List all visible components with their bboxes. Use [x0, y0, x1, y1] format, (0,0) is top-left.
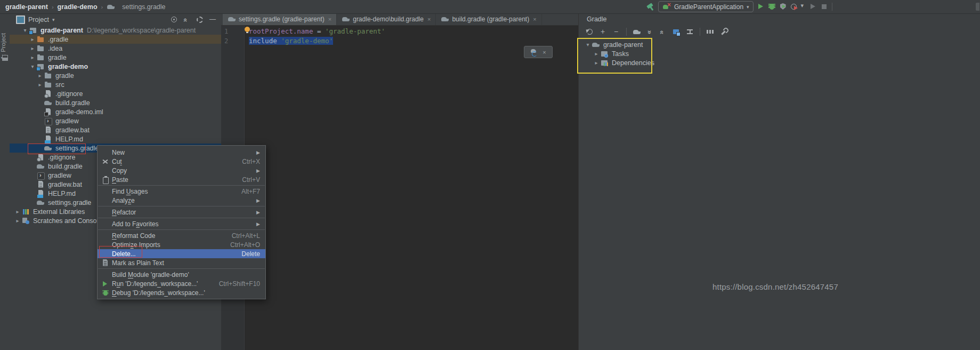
tree-item[interactable]: HELP.md [10, 134, 221, 144]
menu-item[interactable]: ▶ [98, 268, 265, 269]
gradle-tree-item[interactable]: Tasks [579, 49, 980, 58]
reimport-gradle-icon[interactable] [585, 27, 594, 36]
menu-item[interactable]: ▶ [98, 206, 265, 206]
unlink-gradle-project-icon[interactable] [612, 27, 621, 36]
collapse-all-icon[interactable] [182, 15, 191, 24]
close-icon[interactable]: × [427, 16, 431, 22]
tree-twisty-icon[interactable] [593, 60, 600, 66]
tab-parent-build-gradle[interactable]: build.gradle (gradle-parent) × [436, 13, 541, 25]
gradle-tree-item[interactable]: Dependencies [579, 58, 980, 67]
menu-item[interactable]: Analyze ▶ [98, 196, 265, 205]
hide-panel-icon[interactable] [208, 15, 217, 24]
tree-item[interactable]: gradle [10, 53, 221, 62]
expand-all-icon[interactable] [645, 27, 654, 36]
menu-item[interactable]: Delete... Delete ▶ [98, 249, 265, 258]
tree-twisty-icon[interactable] [593, 51, 600, 57]
menu-item[interactable]: Copy ▶ [98, 166, 265, 175]
tree-item[interactable]: .gitignore [10, 89, 221, 98]
gradle-tree-item[interactable]: gradle-parent [579, 40, 980, 49]
tree-item-label: HELP.md [55, 136, 83, 143]
menu-item[interactable]: Optimize Imports Ctrl+Alt+O ▶ [98, 240, 265, 249]
tree-item[interactable]: gradle-demo.iml [10, 107, 221, 116]
menu-item[interactable]: Debug 'D:/legends_workspace...' ▶ [98, 288, 265, 297]
menu-item-label: Refactor [112, 209, 136, 216]
menu-item[interactable]: Refactor ▶ [98, 208, 265, 217]
group-modules-icon[interactable] [672, 27, 681, 36]
rerun-button-disabled[interactable] [808, 2, 817, 11]
title-breadcrumb-bar: gradle-parent › gradle-demo › settings.g… [0, 0, 980, 14]
tree-twisty-icon[interactable] [14, 209, 21, 214]
tree-item-icon [44, 126, 53, 134]
menu-item[interactable]: ▶ [98, 185, 265, 186]
tree-twisty-icon[interactable] [29, 63, 36, 69]
run-configuration-combo[interactable]: GradleParentApplication ▾ [658, 1, 754, 12]
select-opened-file-icon[interactable] [169, 15, 179, 24]
toolbar-separator[interactable] [626, 28, 627, 36]
breadcrumb-file[interactable]: settings.gradle [122, 3, 165, 11]
menu-item[interactable]: New ▶ [98, 148, 265, 157]
menu-item-icon [101, 166, 112, 175]
tree-item[interactable]: build.gradle [10, 98, 221, 107]
settings-icon[interactable] [195, 15, 204, 24]
tree-item[interactable]: gradlew.bat [10, 125, 221, 134]
link-gradle-project-icon[interactable] [598, 27, 608, 36]
tree-item[interactable]: gradlew [10, 116, 221, 125]
tree-twisty-icon[interactable] [14, 218, 21, 224]
tab-demo-build-gradle[interactable]: gradle-demo\build.gradle × [337, 13, 436, 25]
run-button[interactable] [756, 2, 765, 11]
tree-item[interactable]: gradle [10, 71, 221, 80]
tree-twisty-icon[interactable] [36, 73, 44, 78]
menu-item[interactable]: Paste Ctrl+V ▶ [98, 175, 265, 184]
menu-item[interactable]: Reformat Code Ctrl+Alt+L ▶ [98, 231, 265, 240]
breadcrumb-module[interactable]: gradle-demo [58, 3, 98, 11]
breadcrumb-project[interactable]: gradle-parent [5, 3, 48, 11]
tree-item[interactable]: .idea [10, 44, 221, 53]
close-icon[interactable]: × [328, 16, 331, 22]
tree-item[interactable]: gradle-parent D:\legends_workspace\gradl… [10, 26, 221, 35]
intention-bulb-icon[interactable] [245, 27, 250, 32]
gradle-reload-icon[interactable] [530, 49, 539, 56]
tree-item[interactable]: src [10, 80, 221, 89]
close-icon[interactable]: × [533, 16, 536, 22]
tree-twisty-icon[interactable] [29, 36, 36, 42]
menu-item[interactable]: Find Usages Alt+F7 ▶ [98, 187, 265, 196]
menu-item[interactable]: ▶ [98, 229, 265, 230]
tab-settings-gradle[interactable]: settings.gradle (gradle-parent) × [223, 13, 337, 25]
gradle-settings-icon[interactable] [719, 27, 728, 36]
tree-item-label: gradlew [55, 117, 79, 125]
offline-mode-icon[interactable] [706, 27, 715, 36]
toolbar-separator[interactable] [832, 3, 832, 11]
tree-item[interactable]: .gradle [10, 35, 221, 44]
menu-item-label: Find Usages [112, 188, 148, 195]
debug-button[interactable] [767, 2, 776, 11]
profiler-button[interactable] [790, 2, 799, 11]
project-panel-title[interactable]: Project [28, 16, 49, 23]
menu-item-icon [101, 157, 112, 166]
build-project-icon[interactable] [646, 2, 655, 11]
chevron-down-icon[interactable]: ▾ [52, 17, 55, 22]
menu-item[interactable]: Mark as Plain Text ▶ [98, 258, 265, 267]
tree-twisty-icon[interactable] [29, 54, 36, 60]
collapse-all-icon[interactable] [659, 27, 668, 36]
show-task-executions-icon[interactable] [685, 27, 694, 36]
menu-item[interactable]: Build Module 'gradle-demo' ▶ [98, 270, 265, 279]
stop-button-disabled[interactable] [820, 2, 829, 11]
close-icon[interactable]: × [542, 49, 546, 55]
menu-item[interactable]: ▶ [98, 218, 265, 218]
menu-item-label: Copy [112, 167, 127, 174]
tree-twisty-icon[interactable] [36, 82, 44, 88]
menu-item[interactable]: Run 'D:/legends_workspace...' Ctrl+Shift… [98, 279, 265, 288]
tree-item[interactable]: gradle-demo [10, 62, 221, 71]
tree-item-label: settings.gradle [55, 145, 99, 152]
tree-item-icon [36, 180, 46, 189]
run-with-coverage-button[interactable] [779, 2, 788, 11]
tree-twisty-icon[interactable] [21, 27, 29, 33]
menu-item[interactable]: Add to Favorites ▶ [98, 219, 265, 228]
profiler-dropdown-icon[interactable] [801, 2, 806, 11]
tree-twisty-icon[interactable] [29, 45, 36, 51]
menu-item[interactable]: Cut Ctrl+X ▶ [98, 157, 265, 166]
execute-gradle-task-icon[interactable] [632, 27, 641, 36]
toolbar-separator[interactable] [700, 28, 700, 36]
tree-twisty-icon[interactable] [584, 42, 592, 47]
chevron-down-icon: ▾ [747, 4, 749, 10]
